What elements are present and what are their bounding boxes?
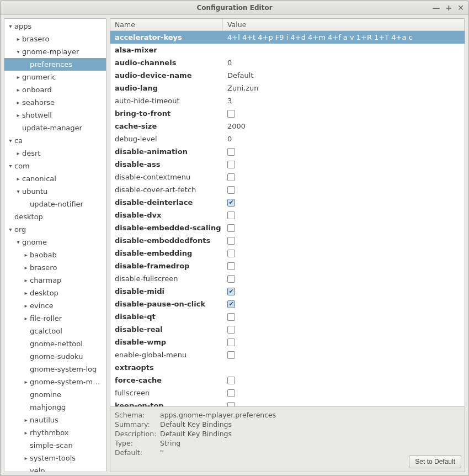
tree-item[interactable]: gnome-nettool bbox=[4, 337, 106, 350]
tree-item[interactable]: ▸seahorse bbox=[4, 96, 106, 109]
key-row[interactable]: disable-deinterlace bbox=[110, 196, 465, 209]
key-row[interactable]: disable-pause-on-click bbox=[110, 298, 465, 310]
expander-icon[interactable]: ▾ bbox=[7, 137, 14, 144]
checkbox[interactable] bbox=[227, 110, 235, 118]
checkbox[interactable] bbox=[227, 377, 235, 384]
tree-item[interactable]: yelp bbox=[4, 464, 106, 472]
key-value[interactable] bbox=[223, 250, 465, 257]
key-value[interactable] bbox=[223, 377, 465, 384]
checkbox[interactable] bbox=[227, 148, 235, 156]
expander-icon[interactable]: ▸ bbox=[14, 36, 22, 42]
set-to-default-button[interactable]: Set to Default bbox=[409, 455, 461, 468]
expander-icon[interactable]: ▸ bbox=[14, 176, 22, 182]
tree-item[interactable]: ▸system-tools bbox=[4, 452, 106, 464]
checkbox[interactable] bbox=[227, 224, 235, 232]
expander-icon[interactable]: ▸ bbox=[14, 87, 22, 93]
tree-item[interactable]: ▸gnome-system-monitor bbox=[4, 375, 106, 388]
expander-icon[interactable]: ▸ bbox=[14, 112, 22, 118]
tree-item[interactable]: ▸nautilus bbox=[4, 414, 106, 426]
key-row[interactable]: force-cache bbox=[110, 374, 465, 387]
key-value[interactable] bbox=[223, 288, 465, 295]
tree-item[interactable]: ▸file-roller bbox=[4, 312, 106, 325]
key-row[interactable]: extraopts bbox=[110, 361, 465, 374]
key-row[interactable]: disable-real bbox=[110, 323, 465, 336]
key-row[interactable]: disable-wmp bbox=[110, 336, 465, 348]
key-row[interactable]: disable-contextmenu bbox=[110, 171, 465, 183]
checkbox[interactable] bbox=[227, 211, 235, 219]
tree-item[interactable]: ▾apps bbox=[4, 20, 106, 33]
key-value[interactable] bbox=[223, 262, 465, 270]
tree-item[interactable]: simple-scan bbox=[4, 439, 106, 452]
key-row[interactable]: disable-embeddedfonts bbox=[110, 234, 465, 247]
tree-item[interactable]: ▾gnome bbox=[4, 236, 106, 248]
tree-item[interactable]: ▸brasero bbox=[4, 33, 106, 45]
tree-item[interactable]: gnome-system-log bbox=[4, 363, 106, 375]
key-row[interactable]: disable-midi bbox=[110, 285, 465, 298]
tree-item[interactable]: ▸desktop bbox=[4, 287, 106, 299]
key-value[interactable] bbox=[223, 161, 465, 168]
expander-icon[interactable]: ▸ bbox=[22, 315, 30, 321]
tree-item[interactable]: gnome-sudoku bbox=[4, 350, 106, 363]
key-value[interactable]: 0 bbox=[223, 135, 465, 143]
column-header-name[interactable]: Name bbox=[110, 19, 223, 30]
key-value[interactable] bbox=[223, 351, 465, 359]
tree-item[interactable]: ▾com bbox=[4, 160, 106, 172]
tree-item[interactable]: update-notifier bbox=[4, 198, 106, 210]
expander-icon[interactable]: ▾ bbox=[14, 239, 22, 245]
checkbox[interactable] bbox=[227, 288, 235, 295]
key-value[interactable] bbox=[223, 237, 465, 245]
checkbox[interactable] bbox=[227, 161, 235, 168]
key-row[interactable]: disable-cover-art-fetch bbox=[110, 183, 465, 196]
expander-icon[interactable]: ▸ bbox=[14, 150, 22, 156]
key-value[interactable]: 2000 bbox=[223, 122, 465, 130]
expander-icon[interactable]: ▾ bbox=[14, 188, 22, 194]
expander-icon[interactable]: ▾ bbox=[7, 23, 14, 29]
checkbox[interactable] bbox=[227, 326, 235, 334]
checkbox[interactable] bbox=[227, 389, 235, 397]
tree-item[interactable]: ▸onboard bbox=[4, 83, 106, 96]
expander-icon[interactable]: ▸ bbox=[22, 265, 30, 271]
tree-item[interactable]: ▸evince bbox=[4, 299, 106, 312]
expander-icon[interactable]: ▸ bbox=[14, 74, 22, 80]
checkbox[interactable] bbox=[227, 300, 235, 308]
key-value[interactable] bbox=[223, 110, 465, 118]
key-row[interactable]: disable-fullscreen bbox=[110, 272, 465, 285]
expander-icon[interactable]: ▸ bbox=[22, 417, 30, 423]
expander-icon[interactable]: ▸ bbox=[22, 277, 30, 283]
key-value[interactable] bbox=[223, 186, 465, 194]
maximize-button[interactable]: + bbox=[446, 4, 452, 12]
tree-item[interactable]: update-manager bbox=[4, 121, 106, 134]
key-row[interactable]: disable-animation bbox=[110, 145, 465, 158]
expander-icon[interactable]: ▸ bbox=[22, 430, 30, 436]
key-row[interactable]: alsa-mixer bbox=[110, 44, 465, 56]
key-list[interactable]: accelerator-keys4+l 4+t 4+p F9 i 4+d 4+m… bbox=[110, 31, 465, 406]
key-row[interactable]: bring-to-front bbox=[110, 107, 465, 120]
expander-icon[interactable]: ▸ bbox=[14, 99, 22, 105]
key-row[interactable]: fullscreen bbox=[110, 387, 465, 399]
key-value[interactable] bbox=[223, 211, 465, 219]
expander-icon[interactable]: ▸ bbox=[22, 379, 30, 385]
key-row[interactable]: audio-device-nameDefault bbox=[110, 69, 465, 82]
tree-item[interactable]: ▸baobab bbox=[4, 248, 106, 261]
titlebar[interactable]: Configuration Editor — + ✕ bbox=[1, 1, 468, 15]
tree-item[interactable]: gcalctool bbox=[4, 325, 106, 337]
key-value[interactable] bbox=[223, 148, 465, 156]
schema-tree[interactable]: ▾apps▸brasero▾gnome-mplayerpreferences▸g… bbox=[4, 19, 106, 472]
tree-item[interactable]: ▸canonical bbox=[4, 172, 106, 185]
key-value[interactable] bbox=[223, 389, 465, 397]
key-row[interactable]: disable-embedded-scaling bbox=[110, 221, 465, 234]
checkbox[interactable] bbox=[227, 313, 235, 321]
key-value[interactable] bbox=[223, 300, 465, 308]
tree-item[interactable]: ▸desrt bbox=[4, 147, 106, 160]
key-value[interactable] bbox=[223, 402, 465, 407]
key-row[interactable]: disable-qt bbox=[110, 310, 465, 323]
tree-item[interactable]: ▸gnumeric bbox=[4, 71, 106, 83]
tree-item[interactable]: preferences bbox=[4, 58, 106, 71]
key-row[interactable]: audio-channels0 bbox=[110, 56, 465, 69]
checkbox[interactable] bbox=[227, 351, 235, 359]
key-row[interactable]: debug-level0 bbox=[110, 133, 465, 145]
expander-icon[interactable]: ▸ bbox=[22, 252, 30, 258]
checkbox[interactable] bbox=[227, 237, 235, 245]
key-row[interactable]: disable-dvx bbox=[110, 209, 465, 221]
tree-item[interactable]: gnomine bbox=[4, 388, 106, 401]
